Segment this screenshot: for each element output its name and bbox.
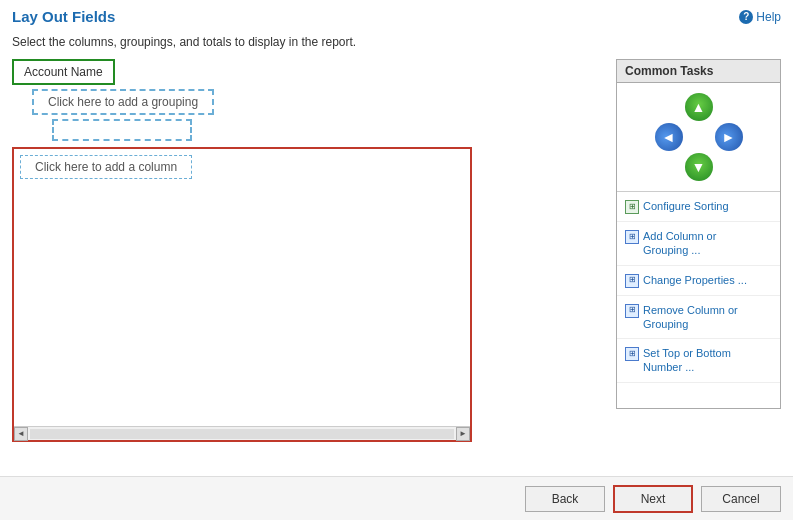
- configure-sorting-icon: ⊞: [625, 200, 639, 214]
- scrollbar-track[interactable]: [30, 429, 454, 439]
- arrow-down[interactable]: ▼: [685, 153, 713, 181]
- arrow-left[interactable]: ◄: [655, 123, 683, 151]
- nav-arrows: ▲ ◄ ► ▼: [617, 83, 780, 191]
- change-properties-label: Change Properties ...: [643, 273, 747, 287]
- add-column-grouping-icon: ⊞: [625, 230, 639, 244]
- set-top-bottom-item[interactable]: ⊞ Set Top or BottomNumber ...: [617, 339, 780, 383]
- configure-sorting-label: Configure Sorting: [643, 199, 729, 213]
- change-properties-item[interactable]: ⊞ Change Properties ...: [617, 266, 780, 296]
- empty-grouping-row: [32, 119, 606, 141]
- empty-grouping-box: [52, 119, 192, 141]
- remove-column-grouping-label: Remove Column orGrouping: [643, 303, 738, 332]
- remove-column-grouping-icon: ⊞: [625, 304, 639, 318]
- page-header: Lay Out Fields ? Help: [0, 0, 793, 29]
- main-content: Account Name Click here to add a groupin…: [0, 59, 793, 449]
- arrow-row-top: ▲: [685, 93, 713, 121]
- column-area: Click here to add a column ◄ ►: [12, 147, 472, 442]
- add-column-grouping-item[interactable]: ⊞ Add Column orGrouping ...: [617, 222, 780, 266]
- grouping-row: Click here to add a grouping: [32, 89, 606, 115]
- subtitle: Select the columns, groupings, and total…: [0, 29, 793, 59]
- arrow-row-bottom: ▼: [685, 153, 713, 181]
- footer: Back Next Cancel: [0, 476, 793, 520]
- account-name-box[interactable]: Account Name: [12, 59, 115, 85]
- arrow-row-middle: ◄ ►: [655, 123, 743, 151]
- arrow-up[interactable]: ▲: [685, 93, 713, 121]
- arrow-center-space: [685, 123, 713, 151]
- common-tasks-title: Common Tasks: [617, 60, 780, 83]
- help-label: Help: [756, 10, 781, 24]
- add-column-button[interactable]: Click here to add a column: [20, 155, 192, 179]
- set-top-bottom-icon: ⊞: [625, 347, 639, 361]
- page-title: Lay Out Fields: [12, 8, 115, 25]
- configure-sorting-item[interactable]: ⊞ Configure Sorting: [617, 192, 780, 222]
- next-button[interactable]: Next: [613, 485, 693, 513]
- account-name-row: Account Name: [12, 59, 606, 85]
- cancel-button[interactable]: Cancel: [701, 486, 781, 512]
- back-button[interactable]: Back: [525, 486, 605, 512]
- scroll-right-arrow[interactable]: ►: [456, 427, 470, 441]
- scroll-left-arrow[interactable]: ◄: [14, 427, 28, 441]
- horizontal-scrollbar[interactable]: ◄ ►: [14, 426, 470, 440]
- help-link[interactable]: ? Help: [739, 10, 781, 24]
- common-tasks-panel: Common Tasks ▲ ◄ ► ▼ ⊞ Configure Sorting…: [616, 59, 781, 409]
- fields-panel: Account Name Click here to add a groupin…: [12, 59, 606, 449]
- remove-column-grouping-item[interactable]: ⊞ Remove Column orGrouping: [617, 296, 780, 340]
- add-column-grouping-label: Add Column orGrouping ...: [643, 229, 716, 258]
- arrow-right[interactable]: ►: [715, 123, 743, 151]
- change-properties-icon: ⊞: [625, 274, 639, 288]
- help-icon: ?: [739, 10, 753, 24]
- set-top-bottom-label: Set Top or BottomNumber ...: [643, 346, 731, 375]
- add-grouping-button[interactable]: Click here to add a grouping: [32, 89, 214, 115]
